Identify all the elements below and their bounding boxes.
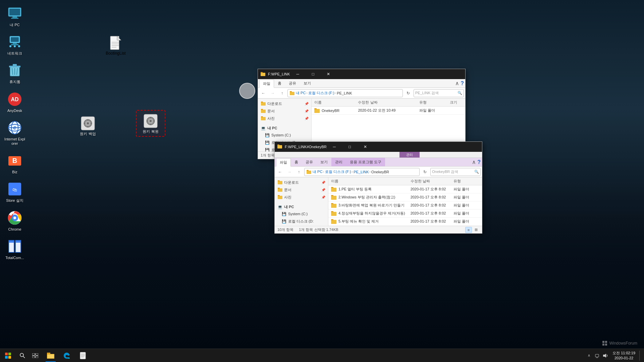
up-btn-1[interactable]: ↑ — [278, 89, 286, 97]
desktop-icon-mypc[interactable]: 내 PC — [1, 3, 28, 30]
file-row-2[interactable]: 3.바탕화면에 백업 복원 바로가기 만들기 2020-01-17 오후 8:0… — [328, 201, 482, 209]
col-type-2[interactable]: 유형 — [451, 177, 482, 185]
watermark-text: WindowsForum — [609, 341, 637, 346]
minimize-btn-1[interactable]: ─ — [290, 69, 305, 79]
anydesk-icon: AD — [7, 91, 23, 107]
ribbon-tab-file-2[interactable]: 파일 — [276, 158, 291, 167]
file-row-3[interactable]: 4.정상재부팅을 하지않을경우 제거(자동) 2020-01-17 오후 8:0… — [328, 209, 482, 218]
totalcmd-icon — [7, 238, 23, 254]
desktop-icon-ie[interactable]: e Internet Explorer — [1, 117, 28, 148]
ribbon-chevron-1[interactable]: ∧ — [455, 80, 459, 86]
up-btn-2[interactable]: ↑ — [295, 168, 303, 176]
sidebar-c-drive-2[interactable]: 💾 System (C:) — [275, 210, 328, 218]
sidebar-mypc-header-1[interactable]: 💻 내 PC — [258, 123, 311, 131]
desktop-icon-network[interactable]: 네트워크 — [1, 31, 28, 58]
ribbon-chevron-2[interactable]: ∧ — [472, 159, 476, 165]
forward-btn-1[interactable]: → — [269, 89, 277, 97]
back-btn-1[interactable]: ← — [259, 89, 267, 97]
tray-clock[interactable]: 오전 11:02:19 2020-01-22 — [610, 351, 638, 360]
col-size-1[interactable]: 크기 — [447, 99, 465, 107]
desktop-icon-store[interactable]: 🛍 Store 설치 — [1, 178, 28, 205]
taskbar-task-view[interactable] — [29, 349, 42, 362]
svg-point-9 — [14, 45, 16, 47]
sidebar-mypc-header-2[interactable]: 💻 내 PC — [275, 202, 328, 210]
file-row-onekeybr[interactable]: OnekeyBR 2020-01-22 오전 10:49 파일 폴더 — [312, 107, 465, 115]
col-modified-1[interactable]: 수정한 날짜 — [355, 99, 417, 107]
col-type-1[interactable]: 유형 — [417, 99, 447, 107]
svg-rect-58 — [261, 73, 265, 76]
svg-rect-82 — [331, 196, 336, 200]
desktop-file-bootinglist[interactable]: BootingList — [102, 34, 129, 57]
back-btn-2[interactable]: ← — [276, 168, 284, 176]
tray-network-icon[interactable] — [594, 352, 600, 359]
search-box-2[interactable]: OnekeyBR 검색 🔍 — [430, 168, 481, 176]
svg-rect-63 — [261, 102, 263, 103]
desktop-icon-backup[interactable]: 원키 백업 — [74, 114, 101, 138]
refresh-btn-1[interactable]: ↻ — [404, 89, 412, 97]
path-drive-2: 로컬 디스크 (F:) — [325, 169, 351, 174]
forward-btn-2[interactable]: → — [285, 168, 293, 176]
file-row-4[interactable]: 5.부팅 메뉴 확인 및 제거 2020-01-17 오후 8:02 파일 폴더 — [328, 218, 482, 226]
svg-rect-71 — [277, 144, 279, 145]
taskbar-item-edge[interactable] — [59, 349, 74, 362]
desktop-icon-recycle[interactable]: 휴지통 — [1, 60, 28, 87]
svg-point-45 — [87, 122, 89, 124]
ribbon-tab-manage-2[interactable]: 관리 — [331, 158, 346, 166]
taskbar-item-notepad[interactable] — [75, 349, 91, 362]
ribbon-tab-view-2[interactable]: 보기 — [317, 158, 331, 166]
close-btn-1[interactable]: ✕ — [321, 69, 336, 79]
svg-rect-85 — [331, 203, 333, 204]
ribbon-tab-share-1[interactable]: 공유 — [285, 79, 300, 87]
tray-chevron[interactable]: ∧ — [586, 352, 592, 359]
taskbar-search-btn[interactable] — [16, 349, 29, 362]
svg-rect-96 — [602, 344, 604, 346]
file-row-0[interactable]: 1.PE 멀티 부팅 등록 2020-01-17 오후 8:02 파일 폴더 — [328, 185, 482, 193]
sidebar-c-drive-1[interactable]: 💾 System (C:) — [258, 131, 311, 139]
close-btn-2[interactable]: ✕ — [358, 142, 373, 152]
svg-rect-3 — [11, 18, 18, 19]
maximize-btn-2[interactable]: □ — [342, 142, 358, 152]
ribbon-tab-home-1[interactable]: 홈 — [274, 79, 285, 87]
address-path-2[interactable]: 내 PC › 로컬 디스크 (F:) › PE_LINK › OnekeyBR — [304, 168, 420, 176]
desktop-icon-anydesk[interactable]: AD AnyDesk — [1, 88, 28, 116]
sidebar-docs-1[interactable]: 문서 📌 — [258, 107, 311, 115]
ribbon-help-1[interactable]: ? — [461, 80, 464, 86]
sidebar-download-2[interactable]: 다운로드 📌 — [275, 179, 328, 186]
grid-view-btn-2[interactable]: ⊞ — [473, 227, 479, 233]
col-name-1[interactable]: 이름 — [312, 99, 355, 107]
tray-show-desktop[interactable] — [639, 351, 641, 361]
col-modified-2[interactable]: 수정한 날짜 — [408, 177, 451, 185]
sidebar-download-1[interactable]: 다운로드 📌 — [258, 100, 311, 107]
minimize-btn-2[interactable]: ─ — [327, 142, 342, 152]
refresh-btn-2[interactable]: ↻ — [421, 168, 429, 176]
ribbon-tab-file-1[interactable]: 파일 — [259, 79, 274, 88]
file-row-1[interactable]: 2.Windows 부팅 관리자 출력(참고) 2020-01-17 오후 8:… — [328, 193, 482, 201]
sidebar-photos-2[interactable]: 사진 📌 — [275, 193, 328, 201]
col-name-2[interactable]: 이름 — [328, 177, 408, 185]
sidebar-docs-2[interactable]: 문서 📌 — [275, 186, 328, 193]
desktop-icon-biz[interactable]: B Biz — [1, 150, 28, 177]
desktop-icon-chrome[interactable]: Chrome — [1, 207, 28, 234]
address-bar-2: ← → ↑ 내 PC › 로컬 디스크 (F:) › PE_LINK › One… — [275, 167, 482, 177]
ribbon-tab-share-2[interactable]: 공유 — [302, 158, 317, 166]
sidebar-photos-1[interactable]: 사진 📌 — [258, 115, 311, 122]
tray-volume-icon[interactable] — [602, 352, 608, 359]
sidebar-d-drive-2[interactable]: 💾 로컬 디스크 (D: — [275, 218, 328, 225]
svg-rect-105 — [47, 353, 50, 354]
status-selected-2: 1개 항목 선택함 1.74KB — [299, 227, 338, 232]
start-button[interactable] — [0, 349, 16, 362]
titlebar-folder-icon-1 — [261, 72, 265, 76]
search-box-1[interactable]: PE_LINK 검색 🔍 — [414, 89, 464, 97]
address-path-1[interactable]: 내 PC › 로컬 디스크 (F:) › PE_LINK — [287, 89, 403, 97]
ribbon-tab-home-2[interactable]: 홈 — [291, 158, 302, 166]
desktop-icon-totalcmd[interactable]: TotalCom... — [1, 236, 28, 263]
ribbon-tab-apptool-2[interactable]: 응용 프로그램 도구 — [346, 158, 385, 166]
status-count-1: 1개 항목 — [261, 153, 275, 158]
maximize-btn-1[interactable]: □ — [305, 69, 321, 79]
list-view-btn-2[interactable]: ≡ — [465, 227, 472, 233]
svg-rect-2 — [12, 16, 17, 18]
taskbar-item-explorer[interactable] — [43, 349, 58, 362]
ribbon-tab-view-1[interactable]: 보기 — [300, 79, 315, 87]
svg-rect-74 — [278, 181, 282, 184]
ribbon-help-2[interactable]: ? — [477, 159, 481, 165]
